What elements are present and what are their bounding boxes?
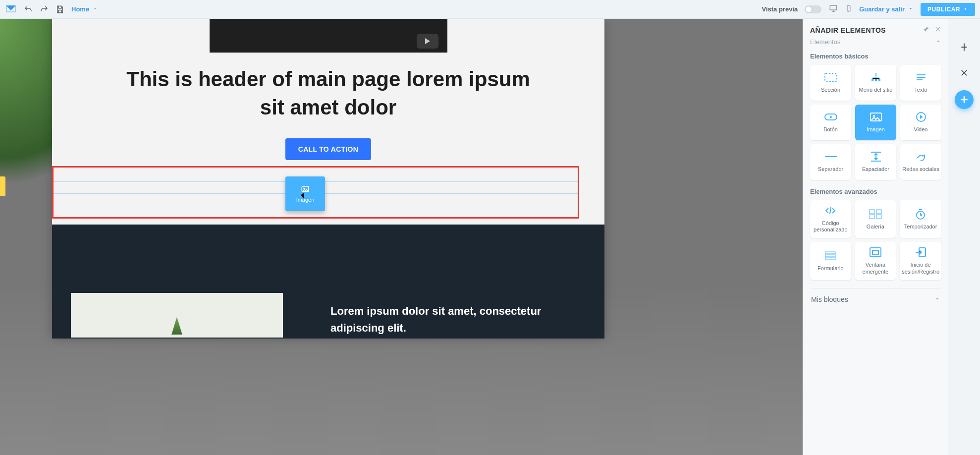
svg-rect-15 (876, 215, 881, 219)
element-tile-redes[interactable]: Redes sociales (900, 144, 941, 180)
element-tile-codigo[interactable]: Código personalizado (810, 200, 851, 238)
add-element-fab[interactable] (955, 90, 974, 109)
video-icon (916, 112, 926, 122)
cta-button[interactable]: CALL TO ACTION (285, 138, 371, 160)
tile-label: Galería (867, 224, 884, 230)
svg-rect-18 (825, 255, 835, 257)
svg-rect-13 (876, 210, 881, 214)
tile-label: Inicio de sesión/Registro (902, 262, 939, 275)
cursor-pointer-icon (302, 193, 308, 202)
advanced-elements-title: Elementos avanzados (810, 188, 941, 195)
element-tile-login[interactable]: Inicio de sesión/Registro (900, 242, 941, 280)
publish-button[interactable]: PUBLICAR (921, 3, 975, 16)
element-tile-menu[interactable]: Menú del sitio (855, 65, 896, 101)
element-tile-seccion[interactable]: Sección (810, 65, 851, 101)
svg-point-4 (303, 188, 305, 189)
image-icon (300, 185, 311, 194)
mobile-device-icon[interactable] (845, 3, 852, 15)
tile-label: Imagen (867, 126, 885, 133)
formulario-icon (824, 250, 836, 261)
tile-label: Video (914, 126, 928, 133)
chevron-up-icon (935, 38, 941, 46)
tile-label: Código personalizado (812, 220, 849, 233)
tile-label: Espaciador (862, 166, 889, 172)
basic-elements-grid: SecciónMenú del sitioTextoBotónImagenVid… (810, 65, 941, 180)
separador-icon (824, 151, 837, 162)
popup-icon (870, 247, 881, 258)
pin-icon[interactable] (923, 26, 929, 34)
tile-label: Redes sociales (902, 166, 939, 172)
element-tile-imagen[interactable]: Imagen (855, 105, 896, 140)
my-blocks-accordion[interactable]: Mis bloques (810, 288, 941, 310)
advanced-elements-grid: Código personalizadoGaleríaTemporizadorF… (810, 200, 941, 280)
login-icon (915, 247, 926, 258)
svg-rect-17 (825, 252, 835, 254)
svg-point-7 (830, 116, 832, 118)
svg-rect-19 (825, 258, 835, 260)
chevron-right-icon (963, 6, 968, 13)
preview-toggle[interactable] (805, 5, 821, 13)
publish-label: PUBLICAR (927, 6, 960, 13)
page-canvas[interactable]: This is header of main page lorem ipsum … (52, 19, 604, 339)
tile-label: Ventana emergente (857, 262, 894, 275)
svg-point-9 (873, 115, 875, 117)
element-tile-boton[interactable]: Botón (810, 105, 851, 140)
page-selector-label: Home (71, 5, 89, 13)
tile-label: Separador (818, 166, 843, 172)
dragging-element-chip[interactable]: Imagen (285, 176, 325, 211)
logo-icon[interactable] (5, 4, 17, 14)
my-blocks-label: Mis bloques (811, 295, 848, 303)
redo-icon[interactable] (40, 5, 49, 14)
page-headline[interactable]: This is header of main page lorem ipsum … (52, 53, 604, 124)
collapsed-side-tab[interactable] (0, 176, 5, 196)
espaciador-icon (871, 151, 881, 162)
element-tile-video[interactable]: Video (900, 105, 941, 140)
element-tile-temporizador[interactable]: Temporizador (900, 200, 941, 238)
texto-icon (916, 72, 926, 83)
elements-accordion-header[interactable]: Elementos (810, 38, 941, 46)
element-tile-formulario[interactable]: Formulario (810, 242, 851, 280)
element-tile-texto[interactable]: Texto (900, 65, 941, 101)
menu-icon (870, 72, 882, 83)
dark-section[interactable]: Lorem ipsum dolor sit amet, consectetur … (52, 225, 604, 339)
save-and-exit-label: Guardar y salir (859, 5, 905, 13)
basic-elements-title: Elementos básicos (810, 53, 941, 60)
right-rail (948, 19, 980, 455)
chevron-down-icon (92, 5, 98, 13)
chevron-down-icon (908, 5, 914, 13)
close-rail-icon[interactable] (956, 64, 973, 81)
element-tile-separador[interactable]: Separador (810, 144, 851, 180)
youtube-play-icon[interactable] (417, 34, 438, 49)
undo-icon[interactable] (24, 5, 33, 14)
element-tile-popup[interactable]: Ventana emergente (855, 242, 896, 280)
seccion-icon (824, 72, 837, 83)
desktop-device-icon[interactable] (828, 4, 838, 14)
section-copy[interactable]: Lorem ipsum dolor sit amet, consectetur … (330, 303, 585, 337)
save-icon[interactable] (55, 5, 64, 14)
sitemap-icon[interactable] (956, 39, 973, 56)
tile-label: Sección (821, 87, 840, 93)
redes-icon (915, 151, 927, 162)
chevron-down-icon (934, 295, 940, 303)
page-selector[interactable]: Home (71, 5, 98, 13)
preview-label: Vista previa (762, 5, 798, 13)
element-tile-galeria[interactable]: Galería (855, 200, 896, 238)
temporizador-icon (916, 209, 926, 220)
close-panel-icon[interactable] (934, 26, 941, 34)
save-and-exit[interactable]: Guardar y salir (859, 5, 914, 13)
svg-rect-5 (825, 73, 837, 81)
add-elements-panel: AÑADIR ELEMENTOS Elementos Elementos bás… (803, 19, 948, 455)
video-element[interactable] (210, 19, 447, 53)
element-tile-espaciador[interactable]: Espaciador (855, 144, 896, 180)
panel-title: AÑADIR ELEMENTOS (810, 26, 886, 34)
elements-label: Elementos (810, 38, 840, 46)
section-image[interactable] (71, 293, 283, 338)
svg-point-2 (849, 10, 849, 11)
galeria-icon (869, 209, 882, 220)
tile-label: Menú del sitio (859, 87, 893, 93)
codigo-icon (824, 205, 836, 216)
tile-label: Botón (823, 126, 838, 133)
workspace: This is header of main page lorem ipsum … (0, 19, 980, 455)
tile-label: Texto (914, 87, 927, 93)
svg-rect-20 (870, 248, 881, 257)
